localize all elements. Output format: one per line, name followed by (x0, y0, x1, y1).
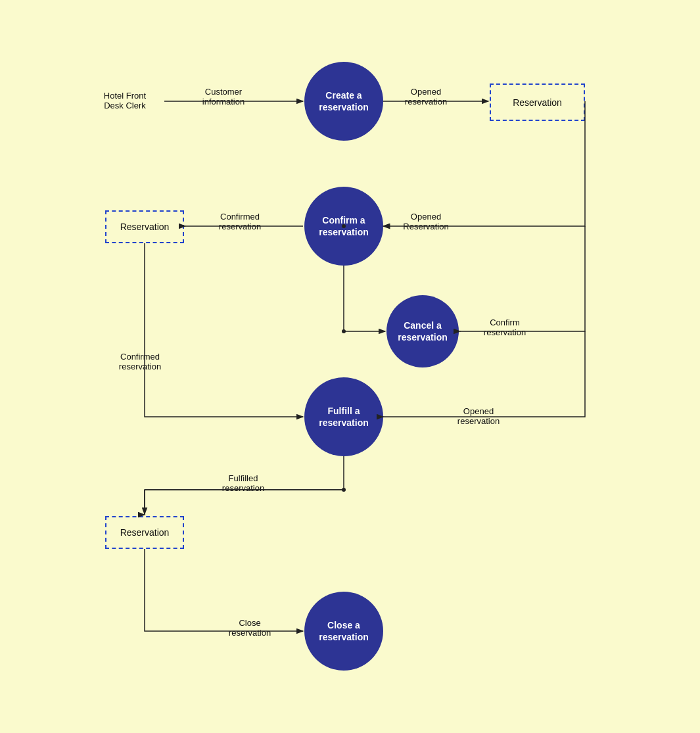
svg-point-9 (342, 224, 346, 228)
svg-point-8 (342, 488, 346, 492)
diagram-arrows (0, 0, 700, 733)
diagram-container: Hotel FrontDesk Clerk Create areservatio… (0, 0, 700, 733)
svg-point-7 (342, 329, 346, 333)
